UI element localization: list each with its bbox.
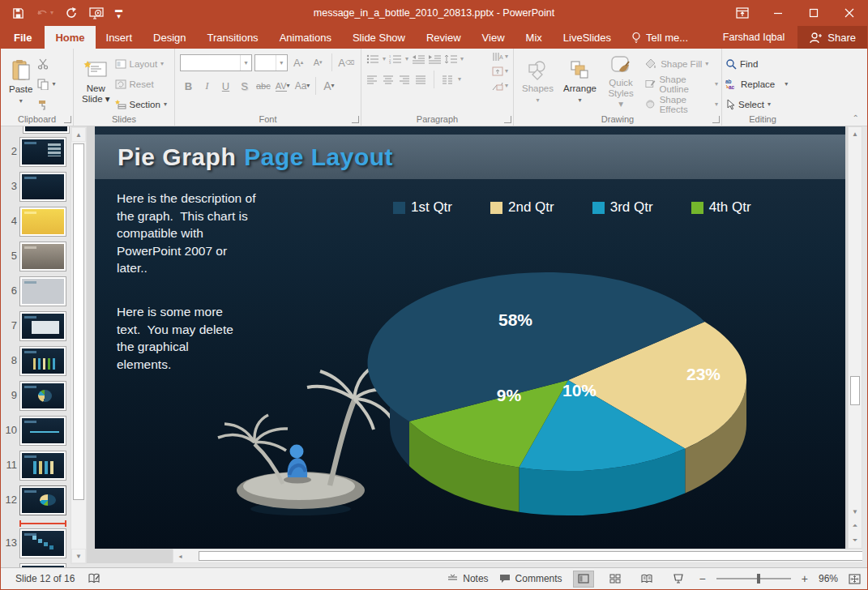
- justify-icon[interactable]: [415, 75, 426, 84]
- font-name-combo[interactable]: ▾: [180, 54, 252, 71]
- align-right-icon[interactable]: [399, 75, 410, 84]
- tab-review[interactable]: Review: [416, 26, 472, 49]
- bold-button[interactable]: B: [180, 78, 197, 95]
- shape-fill-button[interactable]: Shape Fill▾: [645, 55, 718, 72]
- island-clipart[interactable]: [218, 365, 393, 515]
- drawing-dialog-launcher[interactable]: [712, 116, 720, 123]
- thumbnail-slide-7[interactable]: 7: [1, 314, 71, 339]
- shapes-button[interactable]: Shapes▾: [517, 57, 558, 108]
- vertical-scrollbar-thumb[interactable]: [850, 376, 860, 405]
- arrange-button[interactable]: Arrange▾: [558, 57, 601, 108]
- user-name[interactable]: Farshad Iqbal: [710, 32, 797, 43]
- thumbnail-slide-10[interactable]: 10: [1, 418, 71, 443]
- tab-transitions[interactable]: Transitions: [197, 26, 269, 49]
- proofing-icon[interactable]: [88, 573, 100, 584]
- select-button[interactable]: Select▾: [725, 96, 800, 113]
- text-shadow-button[interactable]: S: [236, 78, 253, 95]
- tab-mix[interactable]: Mix: [515, 26, 553, 49]
- quick-styles-button[interactable]: Quick Styles ▾: [601, 51, 640, 113]
- smartart-icon[interactable]: [492, 81, 503, 91]
- tab-animations[interactable]: Animations: [269, 26, 342, 49]
- italic-button[interactable]: I: [199, 78, 216, 95]
- zoom-slider[interactable]: [716, 578, 791, 579]
- slide-canvas[interactable]: Pie Graph Page Layout Here is the descri…: [95, 126, 845, 549]
- vertical-scrollbar[interactable]: ▲ ▼ ⏶ ⏷: [848, 126, 862, 549]
- font-size-dropdown[interactable]: ▾: [276, 55, 287, 71]
- underline-button[interactable]: U: [217, 78, 234, 95]
- close-button[interactable]: [832, 0, 867, 26]
- replace-button[interactable]: abacReplace▾: [725, 75, 800, 92]
- align-text-icon[interactable]: [492, 66, 503, 76]
- thumbnail-slide-6[interactable]: 6: [1, 279, 71, 304]
- character-spacing-button[interactable]: AV▾: [274, 78, 292, 95]
- copy-dropdown[interactable]: ▾: [52, 81, 55, 88]
- find-button[interactable]: Find: [725, 55, 800, 72]
- align-center-icon[interactable]: [383, 75, 394, 84]
- save-icon[interactable]: [12, 7, 24, 19]
- share-button[interactable]: Share: [797, 26, 867, 49]
- redo-icon[interactable]: [65, 6, 78, 19]
- thumbnail-slide-3[interactable]: 3: [1, 174, 71, 199]
- line-spacing-icon[interactable]: [444, 54, 457, 64]
- paste-button[interactable]: Paste▾: [4, 56, 37, 109]
- scroll-left-icon[interactable]: ◂: [173, 549, 187, 562]
- thumbnail-slide-11[interactable]: 11: [1, 453, 71, 478]
- tell-me-box[interactable]: Tell me...: [622, 26, 698, 49]
- fit-slide-to-window-icon[interactable]: [849, 574, 861, 584]
- font-name-dropdown[interactable]: ▾: [240, 55, 251, 71]
- text-direction-icon[interactable]: A: [492, 52, 503, 62]
- pie-chart[interactable]: 58% 23% 10% 9%: [368, 272, 746, 515]
- thumbnail-slide-9[interactable]: 9: [1, 383, 71, 408]
- slide-sorter-view-button[interactable]: [605, 571, 626, 588]
- cut-button[interactable]: [37, 55, 55, 72]
- thumbnail-slide-13[interactable]: 13: [1, 531, 71, 556]
- zoom-slider-thumb[interactable]: [757, 574, 760, 584]
- tab-view[interactable]: View: [472, 26, 515, 49]
- ribbon-display-options-icon[interactable]: [725, 0, 760, 26]
- collapse-ribbon-icon[interactable]: ⌃: [853, 113, 859, 122]
- increase-font-size-button[interactable]: A▴: [290, 54, 307, 71]
- numbering-icon[interactable]: 123: [389, 54, 402, 64]
- thumbnail-scrollbar-thumb[interactable]: [73, 143, 84, 500]
- font-size-combo[interactable]: ▾: [254, 54, 288, 71]
- tab-slideshow[interactable]: Slide Show: [342, 26, 416, 49]
- thumbnail-slide-1-partial[interactable]: [25, 126, 67, 131]
- scroll-down-icon[interactable]: ▼: [849, 505, 862, 519]
- copy-button[interactable]: ▾: [37, 75, 55, 92]
- section-button[interactable]: Section▾: [115, 96, 167, 113]
- horizontal-scrollbar[interactable]: ◂ ▸: [173, 549, 867, 563]
- strikethrough-button[interactable]: abc: [254, 78, 272, 95]
- zoom-in-icon[interactable]: +: [802, 575, 808, 583]
- change-case-button[interactable]: Aa▾: [293, 78, 312, 95]
- new-slide-button[interactable]: New Slide ▾: [77, 57, 115, 108]
- layout-button[interactable]: Layout▾: [115, 55, 167, 72]
- thumbnail-slide-5[interactable]: 5: [1, 244, 71, 269]
- slideshow-view-button[interactable]: [668, 571, 689, 588]
- previous-slide-icon[interactable]: ⏶: [849, 519, 862, 533]
- reading-view-button[interactable]: [636, 571, 657, 588]
- thumbnail-scrollbar[interactable]: ▲ ▼: [71, 126, 87, 564]
- font-color-button[interactable]: A▾: [320, 78, 337, 95]
- horizontal-scrollbar-thumb[interactable]: [199, 551, 867, 561]
- thumbnail-slide-4[interactable]: 4: [1, 209, 71, 234]
- tab-insert[interactable]: Insert: [96, 26, 143, 49]
- thumbnail-slide-8[interactable]: 8: [1, 348, 71, 374]
- maximize-button[interactable]: [796, 0, 832, 26]
- customize-qat-icon[interactable]: ▬▾: [115, 6, 122, 19]
- reset-button[interactable]: Reset: [115, 75, 167, 92]
- thumbnail-scroll-up-icon[interactable]: ▲: [71, 127, 86, 142]
- shape-outline-button[interactable]: Shape Outline▾: [645, 75, 718, 92]
- next-slide-icon[interactable]: ⏷: [849, 533, 862, 548]
- shape-effects-button[interactable]: Shape Effects▾: [645, 96, 718, 113]
- zoom-level[interactable]: 96%: [819, 573, 838, 584]
- minimize-button[interactable]: [760, 0, 796, 26]
- thumbnail-scroll-down-icon[interactable]: ▼: [71, 549, 86, 563]
- zoom-out-icon[interactable]: −: [699, 575, 706, 583]
- align-left-icon[interactable]: [366, 75, 378, 84]
- start-from-beginning-icon[interactable]: [89, 6, 104, 19]
- tab-file[interactable]: File: [1, 26, 45, 49]
- normal-view-button[interactable]: [573, 571, 594, 588]
- clipboard-dialog-launcher[interactable]: [64, 116, 71, 123]
- tab-home[interactable]: Home: [45, 26, 95, 49]
- scroll-up-icon[interactable]: ▲: [849, 127, 862, 141]
